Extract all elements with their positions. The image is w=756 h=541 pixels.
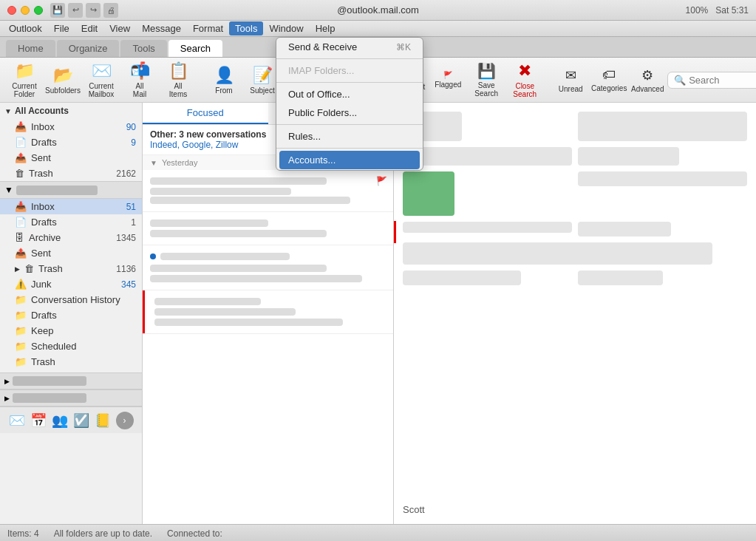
sidebar-item-drafts-acc[interactable]: 📄 Drafts 1 (0, 214, 142, 230)
all-items-button[interactable]: 📋 AllItems (160, 61, 197, 99)
subfolders-button[interactable]: 📂 Subfolders (44, 61, 81, 99)
preview-block-10 (578, 270, 663, 285)
account4-header[interactable]: ▶ (0, 389, 142, 406)
date-chevron[interactable]: ▼ (150, 159, 157, 167)
menu-help[interactable]: Help (310, 21, 341, 35)
search-icon: 🔍 (674, 75, 686, 86)
sidebar-item-trash-acc[interactable]: ▶ 🗑 Trash 1136 (0, 261, 142, 276)
email2-sender-blurred (150, 220, 268, 227)
email-item-3[interactable] (143, 245, 393, 290)
tab-tools[interactable]: Tools (120, 40, 166, 57)
expand-sidebar-button[interactable]: › (116, 412, 134, 429)
sidebar-item-conv-history[interactable]: 📁 Conversation History (0, 292, 142, 307)
email2-subject-blurred (150, 230, 327, 237)
tab-home[interactable]: Home (6, 40, 55, 57)
close-search-label: CloseSearch (513, 82, 537, 98)
menu-out-of-office[interactable]: Out of Office... (276, 85, 423, 103)
traffic-lights[interactable] (7, 6, 43, 15)
current-mailbox-button[interactable]: ✉️ CurrentMailbox (83, 61, 120, 99)
email-item-1[interactable]: 🚩 (143, 170, 393, 212)
sidebar-item-drafts-all[interactable]: 📄 Drafts 9 (0, 135, 142, 150)
menu-message[interactable]: Message (136, 21, 187, 35)
account4-chevron: ▶ (4, 395, 10, 402)
menu-format[interactable]: Format (187, 21, 229, 35)
sidebar-item-sent-all[interactable]: 📤 Sent (0, 150, 142, 166)
account3-header[interactable]: ▶ (0, 372, 142, 389)
menu-rules[interactable]: Rules... (276, 127, 423, 146)
minimize-button[interactable] (21, 6, 30, 15)
menu-edit[interactable]: Edit (75, 21, 103, 35)
sent-acc-icon: 📤 (15, 248, 27, 259)
menu-tools[interactable]: Tools (229, 21, 263, 35)
flagged-icon: 🚩 (443, 71, 452, 79)
advanced-button[interactable]: ⚙ Advanced (629, 61, 666, 99)
flagged-button[interactable]: 🚩 Flagged (429, 61, 466, 99)
save-search-label: Save Search (471, 81, 502, 98)
email-item-2[interactable] (143, 212, 393, 245)
conv-history-label: Conversation History (31, 294, 136, 305)
menu-outlook[interactable]: Outlook (3, 21, 48, 35)
unread-button[interactable]: ✉ Unread (552, 61, 589, 99)
sidebar-item-inbox-acc[interactable]: 📥 Inbox 51 (0, 199, 142, 214)
print-icon[interactable]: 🖨 (103, 3, 118, 18)
sidebar-item-archive-acc[interactable]: 🗄 Archive 1345 (0, 230, 142, 245)
mail-footer-icon[interactable]: ✉️ (9, 412, 25, 429)
menu-imap-folders[interactable]: IMAP Folders... (276, 61, 423, 80)
sidebar-footer: ✉️ 📅 👥 ☑️ 📒 › (0, 406, 142, 433)
undo-icon[interactable]: ↩ (68, 3, 83, 18)
inbox-acc-count: 51 (126, 202, 136, 212)
out-of-office-label: Out of Office... (288, 89, 350, 100)
all-mail-button[interactable]: 📬 AllMail (121, 61, 158, 99)
sidebar-item-keep[interactable]: 📁 Keep (0, 323, 142, 338)
redo-icon[interactable]: ↪ (86, 3, 101, 18)
notes-footer-icon[interactable]: 📒 (95, 412, 111, 429)
subfolders-label: Subfolders (45, 86, 81, 95)
advanced-label: Advanced (631, 85, 664, 93)
save-search-button[interactable]: 💾 Save Search (468, 61, 505, 99)
sidebar-item-junk-acc[interactable]: ⚠️ Junk 345 (0, 276, 142, 292)
sidebar-item-sent-acc[interactable]: 📤 Sent (0, 245, 142, 261)
sidebar-item-trash-all[interactable]: 🗑 Trash 2162 (0, 166, 142, 181)
close-search-button[interactable]: ✖ CloseSearch (506, 61, 543, 99)
search-box[interactable]: 🔍 (667, 72, 756, 89)
drafts-all-label: Drafts (31, 137, 126, 148)
sidebar-item-trash-acc2[interactable]: 📁 Trash (0, 354, 142, 370)
junk-acc-icon: ⚠️ (15, 279, 27, 290)
tasks-footer-icon[interactable]: ☑️ (73, 412, 89, 429)
calendar-footer-icon[interactable]: 📅 (30, 412, 47, 429)
menu-send-receive[interactable]: Send & Receive ⌘K (276, 38, 423, 56)
tab-organize[interactable]: Organize (57, 40, 120, 57)
trash-all-label: Trash (29, 168, 112, 179)
other-banner-subtext[interactable]: Indeed, Google, Zillow (150, 140, 238, 150)
fullscreen-button[interactable] (34, 6, 43, 15)
subfolders-icon: 📂 (53, 66, 73, 85)
menu-view[interactable]: View (103, 21, 136, 35)
email1-preview-blurred (150, 197, 350, 204)
sidebar-item-scheduled[interactable]: 📁 Scheduled (0, 338, 142, 354)
dropdown-sep-4 (276, 148, 423, 149)
all-accounts-header[interactable]: ▼ All Accounts (0, 103, 142, 119)
email3-sender-blurred (160, 253, 290, 260)
archive-acc-count: 1345 (116, 233, 136, 243)
categories-button[interactable]: 🏷 Categories (590, 61, 627, 99)
dropdown-sep-3 (276, 124, 423, 125)
preview-block-3 (403, 147, 572, 166)
current-folder-button[interactable]: 📁 CurrentFolder (6, 61, 43, 99)
menu-accounts[interactable]: Accounts... (279, 151, 420, 169)
menu-file[interactable]: File (48, 21, 75, 35)
close-button[interactable] (7, 6, 16, 15)
from-button[interactable]: 👤 From (205, 61, 242, 99)
save-icon[interactable]: 💾 (50, 3, 65, 18)
people-footer-icon[interactable]: 👥 (52, 412, 68, 429)
tab-focused[interactable]: Focused (143, 103, 268, 124)
menu-window[interactable]: Window (263, 21, 309, 35)
menu-public-folders[interactable]: Public Folders... (276, 103, 423, 122)
account2-header[interactable]: ▼ (0, 181, 142, 199)
email-item-4[interactable] (143, 290, 393, 334)
tab-search[interactable]: Search (168, 40, 222, 57)
search-input[interactable] (689, 75, 756, 86)
sidebar-item-inbox-all[interactable]: 📥 Inbox 90 (0, 119, 142, 135)
all-items-label: AllItems (169, 82, 187, 98)
sidebar-item-drafts-acc2[interactable]: 📁 Drafts (0, 307, 142, 323)
preview-block-9 (403, 270, 521, 285)
